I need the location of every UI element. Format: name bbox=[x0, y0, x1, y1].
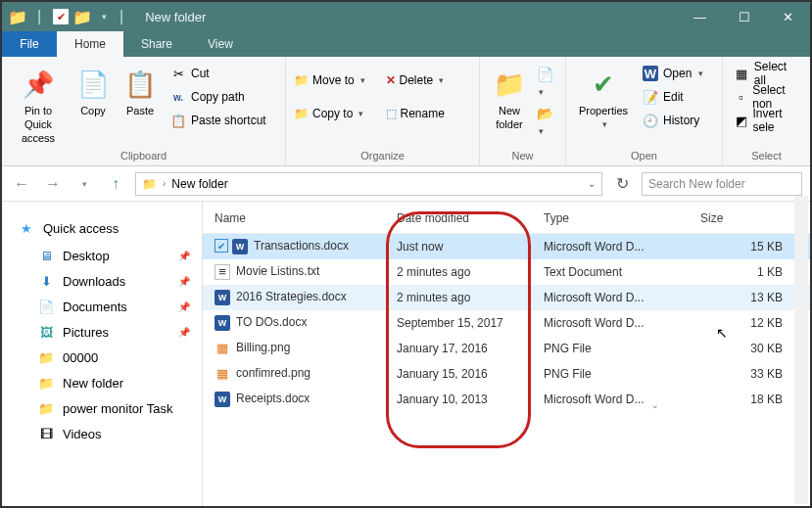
edit-button[interactable]: 📝Edit bbox=[639, 86, 707, 108]
tab-home[interactable]: Home bbox=[57, 31, 123, 57]
ribbon-tabs: File Home Share View bbox=[2, 31, 810, 57]
copy-path-icon: w. bbox=[170, 89, 186, 105]
file-size: 1 KB bbox=[689, 259, 810, 285]
cut-button[interactable]: ✂Cut bbox=[167, 63, 270, 84]
history-button[interactable]: 🕘History bbox=[639, 110, 707, 131]
address-bar: ← → ▾ ↑ 📁 › New folder ⌄ ↻ Search New fo… bbox=[2, 166, 810, 202]
word-icon: W bbox=[215, 392, 230, 407]
column-date[interactable]: Date modified bbox=[385, 202, 532, 234]
tab-file[interactable]: File bbox=[2, 31, 57, 57]
pin-icon: 📌 bbox=[10, 65, 67, 104]
file-type: Microsoft Word D... bbox=[532, 387, 689, 412]
easy-access-icon[interactable]: 📂▾ bbox=[537, 106, 557, 137]
sidebar-desktop[interactable]: 🖥Desktop📌 bbox=[2, 243, 202, 268]
window-title: New folder bbox=[133, 10, 206, 24]
chevron-down-icon[interactable]: ⌄ bbox=[588, 178, 596, 189]
copy-path-button[interactable]: w.Copy path bbox=[167, 86, 270, 108]
qat-dropdown-icon[interactable]: ▾ bbox=[96, 9, 112, 24]
rename-button[interactable]: ⬚Rename bbox=[386, 94, 472, 127]
scrollbar[interactable] bbox=[794, 196, 808, 504]
file-name: TO DOs.docx bbox=[236, 315, 307, 329]
search-input[interactable]: Search New folder bbox=[642, 172, 802, 196]
chevron-down-icon: ▾ bbox=[698, 69, 703, 78]
select-group-label: Select bbox=[731, 148, 802, 165]
file-type: Microsoft Word D... bbox=[532, 234, 689, 259]
file-date: 2 minutes ago bbox=[385, 259, 532, 285]
column-size[interactable]: Size bbox=[689, 202, 810, 234]
sidebar-new-folder[interactable]: 📁New folder bbox=[2, 370, 202, 395]
column-type[interactable]: Type bbox=[532, 202, 689, 234]
edit-icon: 📝 bbox=[643, 89, 658, 105]
sidebar-pictures[interactable]: 🖼Pictures📌 bbox=[2, 319, 202, 345]
qat-separator: | bbox=[31, 9, 47, 24]
videos-icon: 🎞 bbox=[37, 425, 55, 442]
file-name: 2016 Strategies.docx bbox=[236, 290, 347, 303]
select-none-icon: ▫ bbox=[735, 89, 747, 105]
breadcrumb-folder[interactable]: New folder bbox=[171, 177, 227, 191]
sidebar-documents[interactable]: 📄Documents📌 bbox=[2, 294, 202, 319]
star-icon: ★ bbox=[18, 219, 35, 237]
file-type: PNG File bbox=[532, 336, 689, 361]
paste-shortcut-icon: 📋 bbox=[170, 113, 186, 128]
invert-selection-button[interactable]: ◩Invert sele bbox=[731, 110, 802, 131]
copy-to-button[interactable]: 📁Copy to▾ bbox=[294, 94, 380, 127]
new-item-icon[interactable]: 📄▾ bbox=[537, 67, 557, 98]
file-date: September 15, 2017 bbox=[385, 310, 532, 336]
qat-folder-icon[interactable]: 📁 bbox=[74, 9, 90, 24]
back-button[interactable]: ← bbox=[10, 172, 33, 196]
maximize-button[interactable]: ☐ bbox=[722, 2, 766, 31]
select-none-button[interactable]: ▫Select non bbox=[731, 86, 802, 108]
table-row[interactable]: W2016 Strategies.docx2 minutes agoMicros… bbox=[203, 285, 810, 310]
table-row[interactable]: ▦Billing.pngJanuary 17, 2016PNG File30 K… bbox=[203, 336, 810, 361]
tab-share[interactable]: Share bbox=[123, 31, 190, 57]
breadcrumb[interactable]: 📁 › New folder ⌄ bbox=[135, 172, 602, 196]
copy-icon: 📄 bbox=[72, 65, 114, 104]
refresh-button[interactable]: ↻ bbox=[610, 172, 634, 196]
up-button[interactable]: ↑ bbox=[104, 172, 127, 196]
sidebar-downloads[interactable]: ⬇Downloads📌 bbox=[2, 268, 202, 294]
move-to-button[interactable]: 📁Move to▾ bbox=[294, 61, 380, 94]
downloads-icon: ⬇ bbox=[37, 272, 55, 290]
properties-button[interactable]: ✔ Properties ▾ bbox=[574, 61, 633, 131]
paste-shortcut-button[interactable]: 📋Paste shortcut bbox=[167, 110, 270, 131]
select-all-button[interactable]: ▦Select all bbox=[731, 63, 802, 84]
file-date: Just now bbox=[385, 234, 532, 259]
sidebar-quick-access[interactable]: ★Quick access bbox=[2, 215, 202, 241]
file-table: Name Date modified Type Size ✔WTransacti… bbox=[203, 202, 810, 412]
table-row[interactable]: ▦confimred.pngJanuary 15, 2016PNG File33… bbox=[203, 361, 810, 387]
open-group-label: Open bbox=[574, 148, 714, 165]
cut-icon: ✂ bbox=[170, 66, 186, 81]
paste-button[interactable]: 📋 Paste bbox=[119, 61, 161, 117]
recent-dropdown[interactable]: ▾ bbox=[72, 172, 96, 196]
delete-button[interactable]: ✕Delete▾ bbox=[386, 61, 472, 94]
chevron-down-icon: ▾ bbox=[439, 75, 444, 85]
copy-button[interactable]: 📄 Copy bbox=[72, 61, 114, 117]
close-button[interactable]: ✕ bbox=[766, 2, 810, 31]
qat-check-icon[interactable]: ✔ bbox=[53, 9, 69, 24]
table-row[interactable]: WTO DOs.docxSeptember 15, 2017Microsoft … bbox=[203, 310, 810, 336]
forward-button[interactable]: → bbox=[41, 172, 65, 196]
column-name[interactable]: Name bbox=[203, 202, 385, 234]
sidebar-00000[interactable]: 📁00000 bbox=[2, 345, 202, 370]
sidebar-videos[interactable]: 🎞Videos bbox=[2, 421, 202, 446]
sidebar-power-monitor[interactable]: 📁power monitor Task bbox=[2, 395, 202, 421]
minimize-button[interactable]: — bbox=[678, 2, 722, 31]
file-date: 2 minutes ago bbox=[385, 285, 532, 310]
open-button[interactable]: WOpen▾ bbox=[639, 63, 707, 84]
table-row[interactable]: ≡Movie Listins.txt2 minutes agoText Docu… bbox=[203, 259, 810, 285]
sidebar: ★Quick access 🖥Desktop📌 ⬇Downloads📌 📄Doc… bbox=[2, 202, 203, 506]
file-name: confimred.png bbox=[236, 366, 310, 380]
pin-icon: 📌 bbox=[178, 301, 190, 312]
folder-icon: 📁 bbox=[10, 9, 25, 24]
file-size: 13 KB bbox=[689, 285, 810, 310]
tab-view[interactable]: View bbox=[190, 31, 251, 57]
new-folder-button[interactable]: 📁 New folder bbox=[488, 61, 531, 131]
table-row[interactable]: WReceipts.docxJanuary 10, 2013Microsoft … bbox=[203, 387, 810, 412]
checkbox-icon[interactable]: ✔ bbox=[215, 239, 228, 253]
pin-quick-access-button[interactable]: 📌 Pin to Quick access bbox=[10, 61, 67, 145]
pin-icon: 📌 bbox=[178, 327, 190, 338]
history-icon: 🕘 bbox=[643, 113, 658, 128]
chevron-right-icon: › bbox=[163, 178, 166, 189]
table-row[interactable]: ✔WTransactions.docxJust nowMicrosoft Wor… bbox=[203, 234, 810, 259]
organize-group-label: Organize bbox=[294, 148, 471, 165]
